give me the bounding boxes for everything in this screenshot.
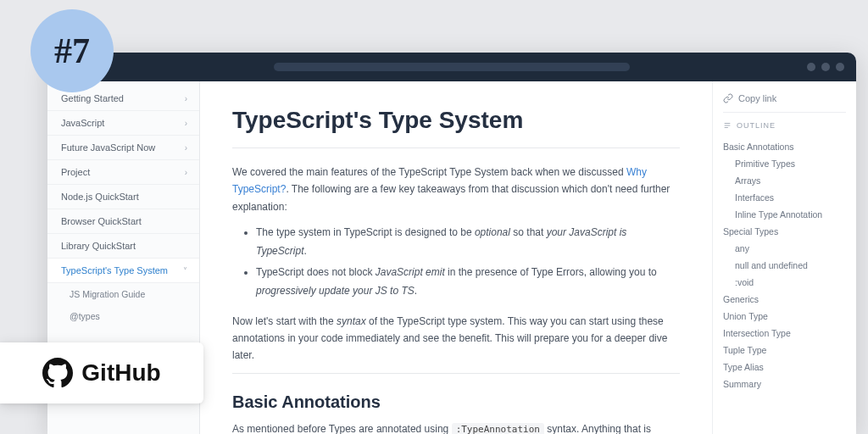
sidebar-subitem[interactable]: @types [47, 305, 199, 327]
sidebar-item-label: Node.js QuickStart [61, 192, 139, 202]
sidebar-item[interactable]: Future JavaScript Now› [47, 136, 199, 160]
window-buttons [807, 63, 844, 71]
sidebar-item-label: Future JavaScript Now [61, 142, 155, 153]
toc-item[interactable]: null and undefined [723, 257, 846, 274]
sidebar-item-label: Getting Started [61, 93, 124, 103]
section-paragraph: As mentioned before Types are annotated … [232, 420, 680, 434]
window-button[interactable] [807, 63, 815, 71]
copy-link-button[interactable]: Copy link [723, 93, 846, 113]
window-button[interactable] [836, 63, 844, 71]
rank-badge: #7 [31, 9, 114, 92]
sidebar-item-label: Project [61, 167, 90, 177]
toc-item[interactable]: :void [723, 274, 846, 291]
list-icon [723, 121, 732, 130]
outline-heading: OUTLINE [723, 121, 846, 130]
intro-paragraph: We covered the main features of the Type… [232, 164, 680, 215]
copy-link-label: Copy link [738, 93, 776, 103]
toc-list: Basic AnnotationsPrimitive TypesArraysIn… [723, 138, 846, 392]
toc-item[interactable]: Primitive Types [723, 155, 846, 172]
browser-titlebar [47, 53, 856, 81]
toc-item[interactable]: Union Type [723, 308, 846, 325]
section-heading: Basic Annotations [232, 373, 680, 412]
toc-item[interactable]: any [723, 240, 846, 257]
chevron-right-icon: › [185, 119, 187, 128]
toc-item[interactable]: Inline Type Annotation [723, 206, 846, 223]
sidebar-item[interactable]: Node.js QuickStart [47, 185, 199, 209]
sidebar-item[interactable]: Browser QuickStart [47, 209, 199, 234]
sidebar-item-label: JavaScript [61, 118, 104, 128]
link-icon [723, 93, 733, 103]
toc-item[interactable]: Summary [723, 376, 846, 392]
list-item: The type system in TypeScript is designe… [256, 224, 680, 260]
sidebar-item-label: Browser QuickStart [61, 216, 142, 226]
toc-item[interactable]: Type Alias [723, 359, 846, 376]
sidebar-item[interactable]: JavaScript› [47, 111, 199, 136]
sidebar-item-label: TypeScript's Type System [61, 265, 168, 275]
github-icon [42, 358, 73, 388]
toc-item[interactable]: Intersection Type [723, 325, 846, 342]
toc-item[interactable]: Special Types [723, 223, 846, 240]
chevron-right-icon: › [185, 94, 187, 103]
page-title: TypeScript's Type System [232, 107, 680, 148]
toc-item[interactable]: Tuple Type [723, 342, 846, 359]
toc-item[interactable]: Basic Annotations [723, 138, 846, 155]
key-takeaways-list: The type system in TypeScript is designe… [256, 224, 680, 300]
toc-item[interactable]: Generics [723, 291, 846, 308]
chevron-right-icon: › [185, 168, 187, 177]
inline-code: :TypeAnnotation [452, 423, 544, 434]
outline-heading-label: OUTLINE [737, 121, 776, 130]
main-content: TypeScript's Type System We covered the … [200, 81, 712, 434]
sidebar-item[interactable]: Project› [47, 160, 199, 185]
github-tag: GitHub [0, 342, 203, 403]
intro-text-post: . The following are a few key takeaways … [232, 183, 670, 212]
closing-paragraph: Now let's start with the syntax of the T… [232, 313, 680, 364]
sidebar-subitem[interactable]: JS Migration Guide [47, 283, 199, 305]
outline-panel: Copy link OUTLINE Basic AnnotationsPrimi… [712, 81, 856, 434]
toc-item[interactable]: Interfaces [723, 189, 846, 206]
window-button[interactable] [821, 63, 830, 71]
chevron-right-icon: › [185, 143, 187, 153]
github-label: GitHub [81, 359, 160, 387]
rank-badge-text: #7 [54, 31, 90, 71]
chevron-down-icon: ˅ [183, 266, 187, 275]
url-bar[interactable] [274, 63, 630, 71]
list-item: TypeScript does not block JavaScript emi… [256, 264, 680, 300]
sidebar-item-label: Library QuickStart [61, 241, 136, 251]
sidebar-item[interactable]: TypeScript's Type System˅ [47, 259, 199, 283]
section-text: As mentioned before Types are annotated … [232, 423, 452, 434]
sidebar-item[interactable]: Library QuickStart [47, 234, 199, 259]
toc-item[interactable]: Arrays [723, 172, 846, 189]
intro-text: We covered the main features of the Type… [232, 166, 626, 178]
